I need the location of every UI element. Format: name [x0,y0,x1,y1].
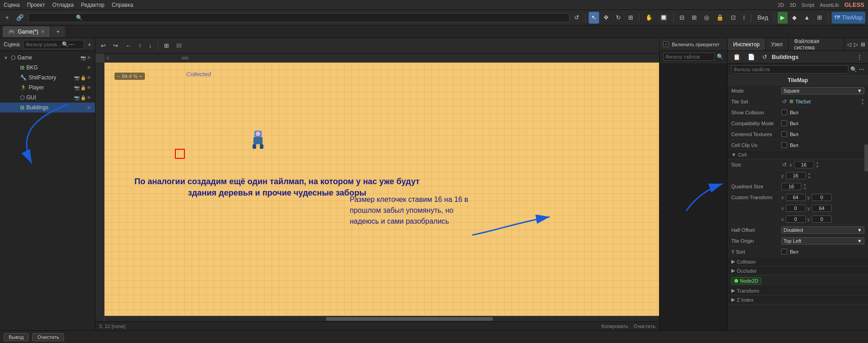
tileset-arrows[interactable]: ▲ ▼ [861,98,864,106]
mode-script[interactable]: Script [802,2,814,8]
tilemap-scrollbar[interactable] [864,144,868,172]
cell-clip-checkbox[interactable] [781,142,787,148]
centered-textures-checkbox[interactable] [781,131,787,137]
toolbar-scale[interactable]: ⊞ [625,12,636,24]
toolbar-select[interactable]: ↖ [589,12,599,24]
toolbar-refresh[interactable]: ↺ [571,12,582,24]
mode-2d[interactable]: 2D [778,2,784,8]
toolbar-mode-indicator[interactable]: ▶ [778,12,788,24]
section-cell[interactable]: ▼ Cell [728,151,868,159]
ct-y1-input[interactable] [812,194,832,201]
ct-x1-input[interactable] [786,194,806,201]
gui-visibility-icon[interactable]: 👁 [87,95,91,100]
vp-btn1[interactable]: ⊞ [161,40,172,52]
mode-3d[interactable]: 3D [790,2,796,8]
toolbar-new[interactable]: + [3,12,12,24]
inspector-kebab[interactable]: ⋮ [854,51,865,63]
node-search-bar[interactable]: 🔍 [28,13,570,22]
viewport-canvas[interactable]: 0 500 − 94.4 % + Collected [95,54,659,321]
vp-left[interactable]: ← [123,40,134,52]
size-x-arrows[interactable]: ▲ ▼ [816,161,819,169]
section-transform[interactable]: ▶ Transform [728,286,868,295]
inspector-paste-btn[interactable]: 📄 [745,51,758,63]
game-visibility-icon[interactable]: 👁 [87,55,91,60]
section-occluder[interactable]: ▶ Occluder [728,266,868,275]
tile-origin-dropdown[interactable]: Top Left ▼ [781,237,864,245]
tree-item-bkg[interactable]: ⊞ BKG 👁 [0,63,95,73]
tileset-name[interactable]: TileSet [795,99,859,104]
ct-x2-input[interactable] [786,205,806,212]
game-tab-close[interactable]: ✕ [41,29,45,34]
game-tab[interactable]: 🎮 Game(*) ✕ [3,26,50,37]
section-zindex[interactable]: ▶ Z Index [728,295,868,304]
expand-game[interactable]: ▼ [4,55,9,60]
quadrant-arrows[interactable]: ▲ ▼ [803,182,807,191]
ct-y3-input[interactable] [812,216,832,223]
scrollbar-horizontal[interactable] [104,316,659,321]
size-y-input[interactable] [786,172,806,179]
mode-dropdown[interactable]: Square ▼ [781,87,864,94]
mode-value[interactable]: Square ▼ [781,87,864,94]
toolbar-mode4[interactable]: ⊞ [814,12,825,24]
include-priority-checkbox[interactable]: ✓ [663,41,669,47]
tree-item-gui[interactable]: ⬡ GUI 📷 🔒 👁 [0,93,95,103]
toolbar-move[interactable]: ✥ [601,12,611,24]
tab-filesystem[interactable]: Файловая система [789,38,844,50]
vp-forward[interactable]: ↪ [110,40,121,52]
node-search-input[interactable] [30,15,76,20]
tileset-refresh-btn[interactable]: ↺ [781,98,788,105]
show-collision-checkbox[interactable] [781,109,787,115]
scene-add-btn[interactable]: + [88,41,91,48]
buildings-visibility-icon[interactable]: 👁 [87,105,91,110]
toolbar-zoom[interactable]: 🔲 [657,12,670,24]
toolbar-bone[interactable]: ⁞ [740,12,748,24]
tilemap-tiles-area[interactable] [660,63,727,330]
size-y-arrows[interactable]: ▲ ▼ [808,172,811,180]
size-refresh-btn[interactable]: ↺ [781,162,788,168]
menu-scene[interactable]: Сцена [4,2,20,8]
toolbar-group[interactable]: ⊡ [728,12,739,24]
section-collision[interactable]: ▶ Collision [728,257,868,266]
tree-item-game[interactable]: ▼ ⬡ Game 📷 👁 [0,53,95,63]
ct-x3-input[interactable] [786,216,806,223]
player-visibility-icon[interactable]: 👁 [87,85,91,90]
tree-item-player[interactable]: 🏃 Player 📷 🔒 👁 [0,83,95,93]
zoom-minus[interactable]: − [117,74,120,79]
toolbar-lock[interactable]: 🔒 [714,12,726,24]
toolbar-pivot[interactable]: ◎ [701,12,712,24]
menu-help[interactable]: Справка [112,2,133,8]
inspector-reset-btn[interactable]: ↺ [759,51,770,63]
y-sort-checkbox[interactable] [781,249,787,255]
bkg-visibility-icon[interactable]: 👁 [87,65,91,70]
clear-btn[interactable]: Очистить [32,333,64,341]
tilemap-filter-input[interactable] [663,53,715,61]
compat-mode-checkbox[interactable] [781,120,787,126]
vp-down[interactable]: ↓ [146,40,155,52]
tilemap-filter[interactable]: 🔍 [660,51,727,63]
copy-btn[interactable]: Копировать [601,323,628,329]
toolbar-hand[interactable]: ✋ [643,12,655,24]
zoom-plus[interactable]: + [139,74,142,79]
scene-search[interactable]: 🔍 ⋯ [23,40,84,49]
scrollbar-thumb-h[interactable] [326,317,492,321]
inspector-filter-input[interactable] [731,65,848,74]
toolbar-mode2[interactable]: ◆ [789,12,799,24]
mode-assetlib[interactable]: AssetLib [820,2,839,8]
inspector-icon-2[interactable]: ▷ [854,41,858,48]
toolbar-mode3[interactable]: ▲ [801,12,813,24]
menu-project[interactable]: Проект [27,2,45,8]
tab-node[interactable]: Узел [766,38,789,50]
add-tab[interactable]: + [51,26,65,37]
menu-editor[interactable]: Редактор [81,2,104,8]
output-btn[interactable]: Вывод [4,333,29,341]
vp-btn2[interactable]: ⁞⁞⁞ [174,40,184,52]
size-x-input[interactable] [794,161,814,168]
tilemap-btn[interactable]: 🗺 TileMap [832,12,865,24]
quadrant-input[interactable] [781,183,801,190]
toolbar-snap[interactable]: ⊟ [677,12,687,24]
shitfactory-visibility-icon[interactable]: 👁 [87,75,91,80]
toolbar-rotate[interactable]: ↻ [613,12,624,24]
tab-inspector[interactable]: Инспектор [728,38,766,50]
half-offset-dropdown[interactable]: Disabled ▼ [781,226,864,234]
clear-btn-vp[interactable]: Очистить [634,323,655,329]
